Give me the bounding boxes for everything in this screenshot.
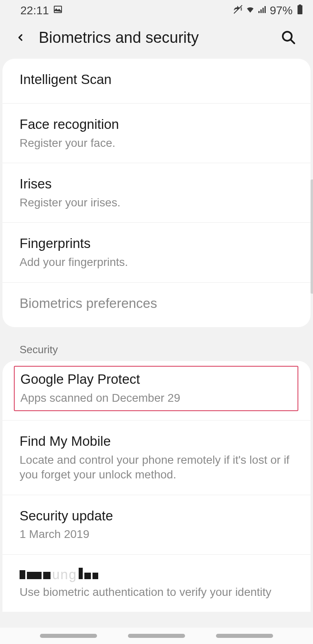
item-google-play-protect[interactable]: Google Play Protect Apps scanned on Dece… [14,366,298,411]
item-intelligent-scan[interactable]: Intelligent Scan [2,59,311,104]
security-card: Google Play Protect Apps scanned on Dece… [2,361,311,612]
content: Intelligent Scan Face recognition Regist… [0,59,313,612]
nav-home[interactable] [128,634,185,638]
item-subtitle: Locate and control your phone remotely i… [20,453,293,482]
item-fingerprints[interactable]: Fingerprints Add your fingerprints. [2,223,311,282]
search-button[interactable] [280,29,298,46]
biometrics-card: Intelligent Scan Face recognition Regist… [2,59,311,327]
back-button[interactable] [12,29,29,46]
item-subtitle: Add your fingerprints. [20,255,293,270]
item-title: Fingerprints [20,235,293,252]
item-subtitle: 1 March 2019 [20,527,293,542]
navigation-bar [0,628,313,644]
app-bar: Biometrics and security [0,20,313,59]
item-title: Face recognition [20,116,293,133]
signal-icon [258,4,267,17]
section-header-security: Security [2,331,311,361]
scroll-indicator[interactable] [311,179,313,294]
item-samsung-pass[interactable]: ung Use biometric authentication to veri… [2,555,311,612]
picture-icon [53,4,63,17]
item-title: Biometrics preferences [20,295,293,312]
svg-line-9 [291,40,295,44]
item-face-recognition[interactable]: Face recognition Register your face. [2,104,311,163]
svg-rect-6 [298,5,302,14]
nav-back[interactable] [216,634,273,638]
item-irises[interactable]: Irises Register your irises. [2,163,311,223]
svg-rect-7 [299,4,301,6]
item-subtitle: Apps scanned on December 29 [20,391,293,405]
item-title: Google Play Protect [20,371,293,388]
wifi-icon [245,4,255,17]
svg-rect-5 [265,6,266,13]
battery-percent: 97% [270,4,293,17]
status-time: 22:11 [20,4,49,17]
svg-rect-4 [262,8,264,13]
item-title: Security update [20,507,293,525]
item-security-update[interactable]: Security update 1 March 2019 [2,495,311,555]
item-subtitle: Use biometric authentication to verify y… [20,585,293,600]
item-subtitle: Register your face. [20,136,293,150]
status-bar: 22:11 [0,0,313,20]
item-title-redacted: ung [20,567,293,582]
item-find-my-mobile[interactable]: Find My Mobile Locate and control your p… [2,420,311,495]
status-right: 97% [233,4,305,17]
svg-rect-2 [258,11,260,13]
nav-recents[interactable] [40,634,97,638]
battery-icon [295,4,305,17]
item-title: Irises [20,175,293,193]
page-title: Biometrics and security [39,29,269,46]
item-title: Find My Mobile [20,433,293,450]
item-title: Intelligent Scan [20,71,293,89]
svg-rect-3 [260,9,262,13]
item-subtitle: Register your irises. [20,195,293,210]
status-left: 22:11 [20,4,63,17]
item-biometrics-preferences[interactable]: Biometrics preferences [2,283,311,327]
vibrate-icon [233,4,243,17]
